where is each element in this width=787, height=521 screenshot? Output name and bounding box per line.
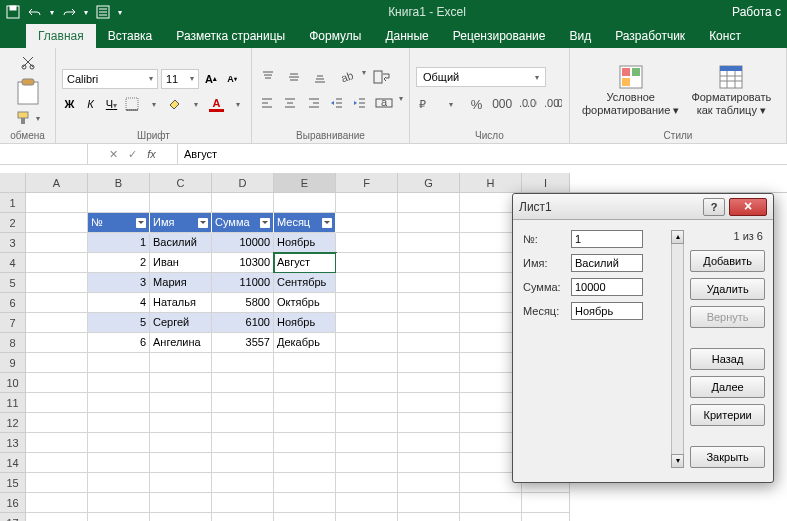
cell[interactable]: Василий: [150, 233, 212, 253]
filter-dropdown-icon[interactable]: [260, 218, 270, 228]
tab-view[interactable]: Вид: [557, 24, 603, 48]
tab-home[interactable]: Главная: [26, 24, 96, 48]
cell[interactable]: [398, 213, 460, 233]
font-size-select[interactable]: 11▾: [161, 69, 199, 89]
field-name-input[interactable]: [571, 254, 643, 272]
cell[interactable]: Декабрь: [274, 333, 336, 353]
close-button[interactable]: ×: [729, 198, 767, 216]
row-header[interactable]: 8: [0, 333, 26, 353]
add-button[interactable]: Добавить: [690, 250, 765, 272]
cell[interactable]: [212, 393, 274, 413]
filter-dropdown-icon[interactable]: [322, 218, 332, 228]
align-top-icon[interactable]: [258, 68, 278, 86]
cell[interactable]: [336, 233, 398, 253]
cell[interactable]: [274, 453, 336, 473]
row-header[interactable]: 14: [0, 453, 26, 473]
row-header[interactable]: 2: [0, 213, 26, 233]
cell[interactable]: [88, 393, 150, 413]
cell[interactable]: [150, 373, 212, 393]
cell[interactable]: [460, 493, 522, 513]
filter-dropdown-icon[interactable]: [198, 218, 208, 228]
cell[interactable]: [398, 493, 460, 513]
cell[interactable]: 6100: [212, 313, 274, 333]
cell[interactable]: [150, 453, 212, 473]
filter-dropdown-icon[interactable]: [136, 218, 146, 228]
cancel-icon[interactable]: ✕: [109, 148, 118, 161]
help-button[interactable]: ?: [703, 198, 725, 216]
cell[interactable]: [274, 413, 336, 433]
cell[interactable]: [336, 353, 398, 373]
cell[interactable]: [26, 453, 88, 473]
cell[interactable]: [336, 513, 398, 521]
border-dropdown-icon[interactable]: ▾: [146, 100, 161, 109]
tab-file[interactable]: [0, 38, 26, 48]
cell[interactable]: [212, 373, 274, 393]
col-header[interactable]: A: [26, 173, 88, 192]
align-right-icon[interactable]: [305, 94, 322, 112]
col-header[interactable]: G: [398, 173, 460, 192]
cell[interactable]: [336, 393, 398, 413]
cell[interactable]: 5800: [212, 293, 274, 313]
restore-button[interactable]: Вернуть: [690, 306, 765, 328]
cell[interactable]: 3: [88, 273, 150, 293]
cell[interactable]: Ноябрь: [274, 313, 336, 333]
cell[interactable]: [336, 313, 398, 333]
cell[interactable]: [212, 453, 274, 473]
cell[interactable]: [150, 193, 212, 213]
cell[interactable]: [336, 493, 398, 513]
col-header[interactable]: F: [336, 173, 398, 192]
underline-button[interactable]: Ч▾: [104, 98, 119, 110]
cell[interactable]: [150, 513, 212, 521]
tab-insert[interactable]: Вставка: [96, 24, 165, 48]
cell[interactable]: Ноябрь: [274, 233, 336, 253]
orientation-dropdown-icon[interactable]: ▾: [362, 68, 366, 86]
cell[interactable]: [26, 273, 88, 293]
field-sum-input[interactable]: [571, 278, 643, 296]
paste-dropdown-icon[interactable]: ▾: [36, 114, 40, 123]
increase-indent-icon[interactable]: [352, 94, 369, 112]
cell[interactable]: 4: [88, 293, 150, 313]
cell[interactable]: [88, 433, 150, 453]
cell[interactable]: [212, 353, 274, 373]
cell[interactable]: [26, 433, 88, 453]
undo-icon[interactable]: [28, 5, 42, 19]
cell[interactable]: [274, 433, 336, 453]
cell[interactable]: [398, 253, 460, 273]
percent-icon[interactable]: %: [467, 95, 486, 113]
cell[interactable]: [26, 253, 88, 273]
tab-design[interactable]: Конст: [697, 24, 753, 48]
cell[interactable]: [26, 293, 88, 313]
row-header[interactable]: 1: [0, 193, 26, 213]
tab-data[interactable]: Данные: [373, 24, 440, 48]
save-icon[interactable]: [6, 5, 20, 19]
row-header[interactable]: 13: [0, 433, 26, 453]
cell[interactable]: [150, 413, 212, 433]
tab-page-layout[interactable]: Разметка страницы: [164, 24, 297, 48]
scroll-up-icon[interactable]: ▴: [671, 230, 684, 244]
row-header[interactable]: 10: [0, 373, 26, 393]
cell[interactable]: Ангелина: [150, 333, 212, 353]
increase-decimal-icon[interactable]: .0.00: [518, 95, 537, 113]
cell[interactable]: 5: [88, 313, 150, 333]
col-header[interactable]: H: [460, 173, 522, 192]
tab-formulas[interactable]: Формулы: [297, 24, 373, 48]
cell[interactable]: [26, 493, 88, 513]
grow-font-icon[interactable]: A▴: [202, 69, 220, 89]
row-header[interactable]: 5: [0, 273, 26, 293]
cell[interactable]: [460, 513, 522, 521]
row-header[interactable]: 9: [0, 353, 26, 373]
cell[interactable]: [398, 313, 460, 333]
cell[interactable]: [26, 393, 88, 413]
next-button[interactable]: Далее: [690, 376, 765, 398]
fx-icon[interactable]: fx: [147, 148, 156, 160]
undo-dropdown-icon[interactable]: ▾: [50, 8, 54, 17]
cell[interactable]: [398, 353, 460, 373]
row-header[interactable]: 16: [0, 493, 26, 513]
fill-dropdown-icon[interactable]: ▾: [188, 100, 203, 109]
cell[interactable]: [88, 413, 150, 433]
cell[interactable]: Сергей: [150, 313, 212, 333]
cell[interactable]: [398, 273, 460, 293]
orientation-icon[interactable]: ab: [336, 68, 356, 86]
record-scrollbar[interactable]: ▴ ▾: [671, 230, 684, 468]
cell[interactable]: [88, 513, 150, 521]
